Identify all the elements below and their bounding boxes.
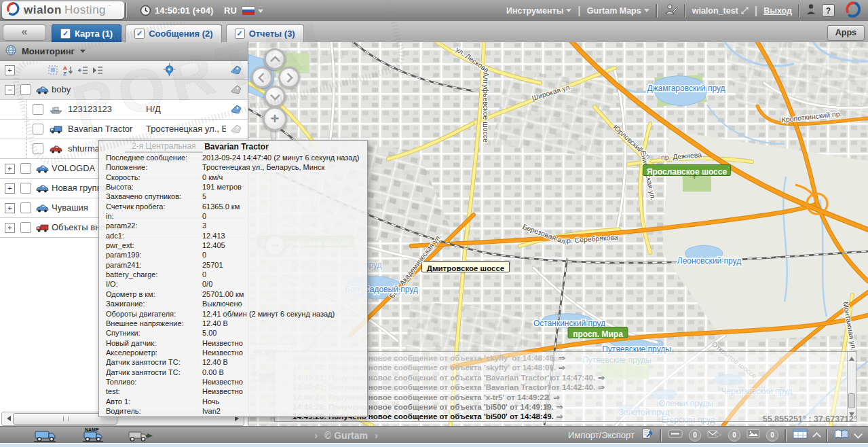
tooltip-field: Высота:191 метров [106, 182, 367, 192]
media-count: 0 [766, 429, 778, 442]
tooltip-field: Захвачено спутников:5 [106, 192, 367, 201]
tag-icon[interactable] [229, 104, 242, 118]
tooltip-field: test:Неизвестно [106, 387, 367, 396]
unit-checkbox[interactable] [20, 202, 31, 213]
tooltip-field: Скорость:0 км/ч [106, 173, 367, 182]
tooltip-field: Положение:Тростенецкая ул., Беларусь, Ми… [106, 162, 367, 172]
select-mode-icon[interactable] [48, 65, 59, 76]
tree-expander[interactable]: + [5, 164, 15, 174]
svg-text:Дмитровское шоссе: Дмитровское шоссе [427, 264, 505, 272]
locate-message-icon[interactable]: ⇒ [556, 412, 563, 421]
unit-location: Н/Д [146, 104, 161, 114]
tree-expander[interactable]: − [5, 85, 15, 95]
import-export-icon[interactable] [641, 427, 654, 443]
locate-units-icon[interactable] [163, 63, 176, 80]
operator-icon[interactable] [806, 3, 816, 18]
zoom-in-button[interactable]: + [263, 107, 287, 131]
add-to-list-icon[interactable] [77, 65, 89, 76]
pan-down-button[interactable] [264, 86, 286, 107]
bottom-strip [0, 443, 868, 447]
svg-text:NAME: NAME [85, 427, 99, 432]
scroll-left-icon[interactable] [4, 416, 11, 421]
log-book-icon[interactable] [834, 429, 849, 442]
tree-expander[interactable]: + [5, 183, 15, 194]
panel-title: Мониторинг [22, 46, 75, 56]
sort-az-icon[interactable]: AZ [62, 65, 74, 76]
unit-checkbox[interactable] [33, 124, 43, 135]
media-icon[interactable] [747, 429, 760, 442]
unit-checkbox[interactable] [20, 163, 31, 174]
tab-checkbox[interactable]: ✓ [235, 29, 245, 39]
gurtam-copyright[interactable]: › © Gurtam › [285, 427, 407, 444]
unit-checkbox[interactable] [33, 104, 43, 115]
scrollbar-thumb[interactable] [848, 393, 855, 408]
language-flag-icon[interactable] [242, 6, 255, 16]
tab-1[interactable]: ✓Сообщения (2) [126, 24, 221, 42]
chevron-up-icon[interactable] [812, 432, 821, 441]
username[interactable]: wialon_test [692, 6, 749, 16]
tooltip-fields: Последнее сообщение:2013-09-24 14:47:40 … [106, 153, 367, 416]
language-selector[interactable]: RU [224, 5, 237, 16]
locate-message-icon[interactable]: ⇒ [598, 383, 605, 391]
chevron-down-icon [566, 9, 571, 15]
apps-button[interactable]: Apps [827, 25, 865, 41]
locate-message-icon[interactable]: ⇒ [553, 393, 560, 401]
header-menu: Инструменты | Gurtam Maps wialon_test | … [506, 0, 868, 21]
notifications-icon[interactable] [707, 429, 722, 442]
pan-left-button[interactable] [251, 67, 273, 88]
unit-checkbox[interactable] [20, 84, 31, 95]
tooltip-field: Спутники:5.00 [106, 328, 367, 338]
map-label: Алтуфьевское шоссе [482, 72, 490, 143]
bottom-panel-icon[interactable] [793, 429, 808, 442]
tooltip-field: Датчик занятости ТС:12.40 В [106, 357, 367, 367]
messages-count: 0 [689, 429, 701, 442]
tree-unit-row[interactable]: Bavarian TractorТростенецкая ул., Бел... [0, 120, 248, 139]
brand-logo: wialonHosting” [2, 1, 124, 19]
cursor-coordinates: 55.855251° : 37.673712° [763, 414, 857, 424]
expand-all-button[interactable]: + [5, 65, 15, 75]
messages-icon[interactable] [668, 429, 683, 442]
apply-list-icon[interactable] [92, 65, 104, 76]
unit-checkbox[interactable] [20, 183, 31, 194]
log-scrollbar[interactable] [847, 352, 856, 421]
tag-icon[interactable] [229, 124, 242, 138]
car-blue-icon [35, 164, 50, 177]
unit-tooltip: 2-я Центральная Bavarian Tractor Последн… [98, 140, 368, 417]
tab-0[interactable]: ✓Карта (1) [52, 24, 121, 42]
tools-menu[interactable]: Инструменты [506, 6, 571, 16]
tooltip-field: Последнее сообщение:2013-09-24 14:47:40 … [106, 153, 367, 162]
tree-unit-row[interactable]: 123123123Н/Д [0, 100, 248, 120]
tab-2[interactable]: ✓Отчеты (3) [226, 24, 304, 42]
tree-expander[interactable]: + [5, 203, 15, 213]
locate-message-icon[interactable]: ⇒ [559, 354, 565, 362]
user-edit-icon[interactable] [664, 3, 678, 18]
unit-checkbox[interactable] [20, 222, 31, 233]
chevron-down-icon[interactable] [854, 430, 863, 439]
pan-up-button[interactable] [264, 48, 286, 70]
unit-checkbox[interactable] [33, 143, 43, 154]
clock-icon [140, 5, 151, 19]
tooltip-field: Топливо:Неизвестно [106, 377, 367, 387]
tab-checkbox[interactable]: ✓ [134, 29, 145, 39]
svg-text:Ярославское шоссе: Ярославское шоссе [647, 167, 728, 177]
logout-link[interactable]: Выход [763, 6, 792, 16]
truck-blue-icon [49, 124, 63, 137]
tag-column-icon[interactable] [229, 65, 242, 79]
locate-message-icon[interactable]: ⇒ [556, 403, 563, 411]
bottom-right-tools: Импорт/Экспорт 0 0 0 [568, 427, 868, 444]
maps-menu[interactable]: Gurtam Maps [587, 6, 649, 16]
locate-message-icon[interactable]: ⇒ [598, 374, 605, 382]
language-caret-icon[interactable] [258, 10, 263, 16]
scroll-up-icon[interactable] [849, 354, 854, 361]
pan-right-button[interactable] [278, 67, 300, 88]
tree-expander[interactable]: + [5, 223, 15, 233]
help-icon[interactable]: ? [822, 4, 835, 17]
collapse-panel-button[interactable]: « [3, 24, 46, 41]
tree-group-row[interactable]: −boby [0, 80, 248, 100]
unit-name: Чувашия [52, 202, 88, 213]
monitoring-header[interactable]: Мониторинг [0, 42, 248, 61]
tab-checkbox[interactable]: ✓ [60, 29, 71, 39]
import-export-link[interactable]: Импорт/Экспорт [568, 430, 635, 440]
tag-icon[interactable] [229, 84, 242, 99]
locate-message-icon[interactable]: ⇒ [559, 363, 565, 372]
